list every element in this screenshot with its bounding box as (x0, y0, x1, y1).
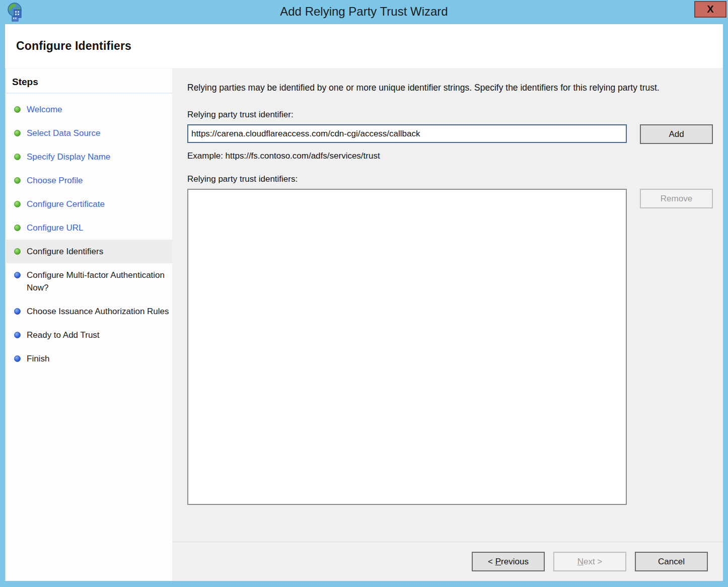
step-configure-certificate[interactable]: Configure Certificate (6, 192, 172, 216)
cancel-button[interactable]: Cancel (635, 552, 708, 571)
title-bar: Add Relying Party Trust Wizard X (0, 0, 728, 24)
step-done-bullet-icon (14, 154, 21, 160)
identifiers-listbox[interactable] (187, 189, 627, 505)
step-done-bullet-icon (14, 177, 21, 184)
step-configure-mfa: Configure Multi-factor Authentication No… (6, 263, 172, 300)
example-text: Example: https://fs.contoso.com/adfs/ser… (187, 151, 723, 161)
wizard-footer: < Previous Next > Cancel (172, 542, 723, 581)
close-button[interactable]: X (694, 1, 726, 18)
step-done-bullet-icon (14, 225, 21, 231)
step-done-bullet-icon (14, 248, 21, 255)
step-choose-issuance-rules: Choose Issuance Authorization Rules (6, 300, 172, 323)
step-ready-to-add-trust: Ready to Add Trust (6, 323, 172, 347)
main-content: Relying parties may be identified by one… (172, 68, 723, 542)
page-header: Configure Identifiers (5, 24, 723, 68)
next-button[interactable]: Next > (553, 552, 626, 571)
step-choose-profile[interactable]: Choose Profile (6, 169, 172, 192)
step-done-bullet-icon (14, 130, 21, 136)
add-button[interactable]: Add (640, 124, 713, 144)
previous-button[interactable]: < Previous (472, 552, 545, 571)
step-todo-bullet-icon (14, 272, 21, 278)
description-text: Relying parties may be identified by one… (187, 81, 713, 95)
identifiers-list-label: Relying party trust identifiers: (187, 174, 723, 184)
step-done-bullet-icon (14, 201, 21, 207)
page-title: Configure Identifiers (16, 39, 723, 53)
step-configure-identifiers-current: Configure Identifiers (6, 240, 172, 263)
identifier-field-label: Relying party trust identifier: (187, 110, 723, 120)
steps-sidebar: Steps Welcome Select Data Source Specify… (5, 68, 172, 581)
step-finish: Finish (6, 347, 172, 371)
step-todo-bullet-icon (14, 332, 21, 338)
wizard-window: Configure Identifiers Steps Welcome Sele… (5, 24, 723, 581)
step-specify-display-name[interactable]: Specify Display Name (6, 145, 172, 169)
step-configure-url[interactable]: Configure URL (6, 216, 172, 240)
relying-party-identifier-input[interactable] (187, 124, 627, 143)
step-welcome[interactable]: Welcome (6, 98, 172, 121)
step-todo-bullet-icon (14, 308, 21, 315)
step-done-bullet-icon (14, 106, 21, 113)
remove-button[interactable]: Remove (640, 189, 713, 208)
window-title: Add Relying Party Trust Wizard (0, 0, 728, 24)
step-todo-bullet-icon (14, 355, 21, 362)
step-select-data-source[interactable]: Select Data Source (6, 121, 172, 145)
steps-heading: Steps (6, 74, 172, 94)
